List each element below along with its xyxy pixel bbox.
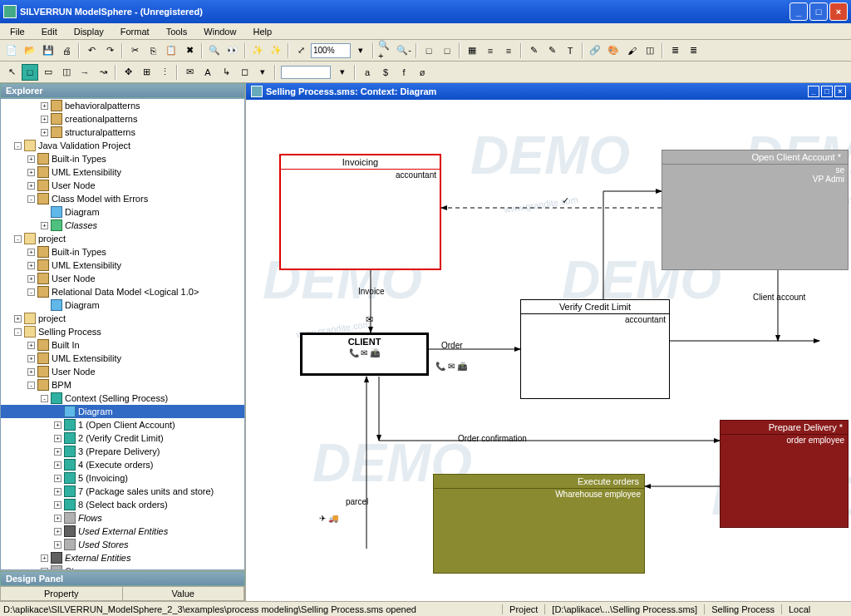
doc-minimize-button[interactable]: _ xyxy=(808,86,819,97)
colorfill-icon[interactable]: 🎨 xyxy=(605,42,622,59)
marker2-icon[interactable]: ✎ xyxy=(544,42,560,59)
tree-expander-icon[interactable]: + xyxy=(54,515,61,522)
tree-item[interactable]: Diagram xyxy=(1,205,244,219)
tree-item[interactable]: +Stores xyxy=(1,564,244,570)
list2-icon[interactable]: ≣ xyxy=(685,42,701,59)
tree-expander-icon[interactable]: + xyxy=(54,501,61,509)
tree-item[interactable]: +User Node xyxy=(1,272,244,285)
text-icon[interactable]: T xyxy=(562,42,578,59)
tree-expander-icon[interactable]: - xyxy=(27,288,35,296)
tree-expander-icon[interactable]: + xyxy=(54,461,61,469)
tree-item[interactable]: +1 (Open Client Account) xyxy=(1,418,244,431)
tree-expander-icon[interactable]: - xyxy=(27,195,35,203)
cut-icon[interactable]: ✂ xyxy=(126,42,143,59)
print-icon[interactable]: 🖨 xyxy=(58,42,75,59)
link-icon[interactable]: 🔗 xyxy=(587,42,603,59)
tree-expander-icon[interactable]: + xyxy=(14,315,22,323)
tree-expander-icon[interactable]: + xyxy=(27,249,35,256)
menu-format[interactable]: Format xyxy=(114,25,156,38)
tree-item[interactable]: -Java Validation Project xyxy=(1,139,244,152)
paste-icon[interactable]: 📋 xyxy=(163,42,180,59)
align2-icon[interactable]: ≡ xyxy=(500,42,517,59)
tree-item[interactable]: +3 (Prepare Delivery) xyxy=(1,445,244,458)
tree-item[interactable]: +creationalpatterns xyxy=(1,112,244,126)
tree-item[interactable]: +Built In xyxy=(1,338,244,352)
tree-expander-icon[interactable]: + xyxy=(41,129,48,136)
line-style-input[interactable] xyxy=(281,66,331,79)
doc-restore-button[interactable]: □ xyxy=(821,86,833,97)
tree-expander-icon[interactable]: + xyxy=(54,448,61,456)
snap-icon[interactable]: ⋮ xyxy=(156,64,173,81)
store-icon[interactable]: ◫ xyxy=(58,64,75,81)
tree-item[interactable]: +4 (Execute orders) xyxy=(1,458,244,471)
a-icon[interactable]: a xyxy=(359,64,376,81)
tree-expander-icon[interactable]: + xyxy=(27,368,35,376)
grid-icon[interactable]: ▦ xyxy=(464,42,480,59)
tree-item[interactable]: +project xyxy=(1,312,244,325)
property-column[interactable]: Property xyxy=(1,587,123,600)
grid2-icon[interactable]: ⊞ xyxy=(138,64,155,81)
tree-item[interactable]: +2 (Verify Credit Limit) xyxy=(1,431,244,445)
node-invoicing[interactable]: Invoicing accountant xyxy=(279,154,441,270)
undo-icon[interactable]: ↶ xyxy=(83,42,100,59)
explorer-tree[interactable]: +behavioralpatterns+creationalpatterns+s… xyxy=(0,98,245,570)
flow2-icon[interactable]: ↝ xyxy=(95,64,111,81)
tree-item[interactable]: -Context (Selling Process) xyxy=(1,392,244,405)
zoomin-icon[interactable]: 🔍+ xyxy=(377,42,394,59)
tree-expander-icon[interactable]: + xyxy=(54,528,61,535)
tree-item[interactable]: +Used Stores xyxy=(1,538,244,551)
tree-item[interactable]: Diagram xyxy=(1,298,244,312)
tree-item[interactable]: +User Node xyxy=(1,179,244,192)
menu-edit[interactable]: Edit xyxy=(35,25,64,38)
tree-item[interactable]: +8 (Select back orders) xyxy=(1,498,244,511)
stamp-icon[interactable]: ✉ xyxy=(181,64,198,81)
list1-icon[interactable]: ≣ xyxy=(667,42,683,59)
redo-icon[interactable]: ↷ xyxy=(101,42,118,59)
tree-expander-icon[interactable]: + xyxy=(27,275,35,283)
doc1-icon[interactable]: □ xyxy=(421,42,437,59)
entity-icon[interactable]: □ xyxy=(22,64,38,81)
node-open-client-account[interactable]: Open Client Account * se VP Admi xyxy=(662,150,849,270)
tree-item[interactable]: +UML Extensibility xyxy=(1,259,244,272)
maximize-button[interactable]: □ xyxy=(809,2,828,21)
flow-icon[interactable]: → xyxy=(76,64,93,81)
doc-close-button[interactable]: × xyxy=(834,86,846,97)
node-execute-orders[interactable]: Execute orders Wharehouse employee xyxy=(433,474,645,574)
tree-item[interactable]: -Class Model with Errors xyxy=(1,192,244,205)
value-column[interactable]: Value xyxy=(123,587,245,600)
tree-item[interactable]: +Classes xyxy=(1,219,244,232)
menu-display[interactable]: Display xyxy=(67,25,111,38)
tree-expander-icon[interactable]: - xyxy=(14,328,22,336)
save-icon[interactable]: 💾 xyxy=(40,42,57,59)
copy-icon[interactable]: ⎘ xyxy=(145,42,161,59)
minimize-button[interactable]: _ xyxy=(790,2,808,21)
tree-expander-icon[interactable]: + xyxy=(27,182,35,190)
tree-item[interactable]: +Used External Entities xyxy=(1,525,244,538)
tree-expander-icon[interactable]: + xyxy=(27,342,35,349)
menu-file[interactable]: File xyxy=(3,25,32,38)
tree-expander-icon[interactable]: + xyxy=(27,169,35,176)
tree-expander-icon[interactable]: + xyxy=(41,222,48,229)
align-icon[interactable]: ≡ xyxy=(482,42,499,59)
tree-expander-icon[interactable]: + xyxy=(41,102,48,110)
tree-item[interactable]: Diagram xyxy=(1,405,244,418)
node-prepare-delivery[interactable]: Prepare Delivery * order employee xyxy=(720,420,849,528)
node-client[interactable]: CLIENT 📞 ✉ 📠 xyxy=(300,333,429,376)
zoom-input[interactable] xyxy=(311,43,351,58)
menu-help[interactable]: Help xyxy=(246,25,278,38)
s-icon[interactable]: $ xyxy=(377,64,394,81)
shape-dd-icon[interactable]: ▾ xyxy=(254,64,271,81)
tree-item[interactable]: +Flows xyxy=(1,511,244,525)
text2-icon[interactable]: A xyxy=(199,64,216,81)
pointer-icon[interactable]: ↖ xyxy=(3,64,20,81)
marker-icon[interactable]: ✎ xyxy=(525,42,542,59)
tree-item[interactable]: -Relational Data Model <Logical 1.0> xyxy=(1,285,244,298)
zoomout-icon[interactable]: 🔍- xyxy=(396,42,412,59)
wand-icon[interactable]: ✨ xyxy=(249,42,266,59)
wand2-icon[interactable]: ✨ xyxy=(268,42,284,59)
open-icon[interactable]: 📂 xyxy=(22,42,38,59)
tree-expander-icon[interactable]: - xyxy=(41,395,48,402)
menu-window[interactable]: Window xyxy=(197,25,243,38)
new-icon[interactable]: 📄 xyxy=(3,42,20,59)
tree-item[interactable]: +5 (Invoicing) xyxy=(1,471,244,485)
